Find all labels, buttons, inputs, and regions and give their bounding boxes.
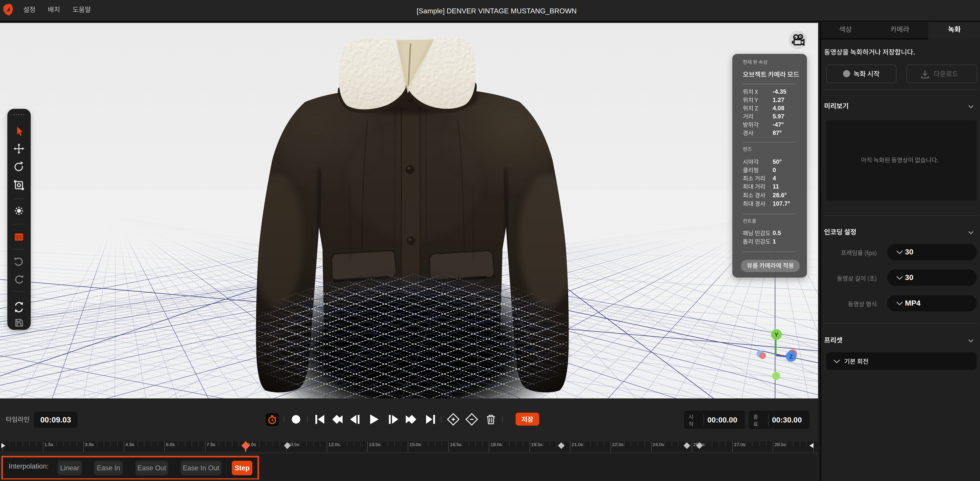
svg-text:16.5s: 16.5s — [450, 442, 461, 447]
svg-text:4.5s: 4.5s — [126, 442, 134, 447]
svg-text:1.5s: 1.5s — [45, 442, 53, 447]
svg-text:6.0s: 6.0s — [166, 442, 175, 447]
svg-text:21.0s: 21.0s — [571, 442, 583, 447]
svg-text:24.0s: 24.0s — [652, 442, 664, 447]
svg-text:19.5s: 19.5s — [531, 442, 542, 447]
svg-text:3.0s: 3.0s — [85, 442, 94, 447]
svg-text:Y: Y — [775, 332, 778, 338]
svg-text:22.5s: 22.5s — [612, 442, 624, 447]
svg-text:27.0s: 27.0s — [734, 442, 745, 447]
svg-text:12.0s: 12.0s — [328, 442, 340, 447]
svg-text:28.5s: 28.5s — [775, 442, 786, 447]
svg-text:15.0s: 15.0s — [409, 442, 421, 447]
svg-text:Z: Z — [789, 353, 793, 360]
svg-text:7.5s: 7.5s — [207, 442, 215, 447]
svg-text:13.5s: 13.5s — [369, 442, 380, 447]
svg-text:18.0s: 18.0s — [490, 442, 502, 447]
